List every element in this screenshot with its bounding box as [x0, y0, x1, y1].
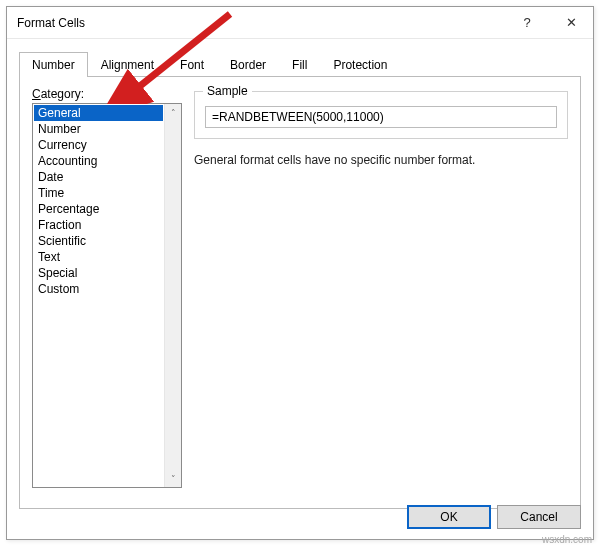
category-item-fraction[interactable]: Fraction	[34, 217, 163, 233]
dialog-title: Format Cells	[7, 16, 505, 30]
tab-alignment[interactable]: Alignment	[88, 52, 167, 77]
sample-value: =RANDBETWEEN(5000,11000)	[205, 106, 557, 128]
category-item-time[interactable]: Time	[34, 185, 163, 201]
tab-font[interactable]: Font	[167, 52, 217, 77]
category-item-custom[interactable]: Custom	[34, 281, 163, 297]
category-item-currency[interactable]: Currency	[34, 137, 163, 153]
tab-protection[interactable]: Protection	[320, 52, 400, 77]
category-item-percentage[interactable]: Percentage	[34, 201, 163, 217]
tab-fill[interactable]: Fill	[279, 52, 320, 77]
category-item-accounting[interactable]: Accounting	[34, 153, 163, 169]
tab-border[interactable]: Border	[217, 52, 279, 77]
format-cells-dialog: Format Cells ? ✕ Number Alignment Font B…	[6, 6, 594, 540]
close-button[interactable]: ✕	[549, 7, 593, 39]
category-item-text[interactable]: Text	[34, 249, 163, 265]
right-panel: Sample =RANDBETWEEN(5000,11000) General …	[194, 87, 568, 488]
category-label: Category:	[32, 87, 182, 101]
category-scrollbar[interactable]: ˄ ˅	[164, 104, 181, 487]
category-items: General Number Currency Accounting Date …	[33, 104, 164, 487]
category-listbox[interactable]: General Number Currency Accounting Date …	[32, 103, 182, 488]
format-description: General format cells have no specific nu…	[194, 153, 568, 167]
ok-button[interactable]: OK	[407, 505, 491, 529]
close-icon: ✕	[566, 15, 577, 30]
watermark: wsxdn.com	[542, 534, 592, 545]
sample-groupbox: Sample =RANDBETWEEN(5000,11000)	[194, 91, 568, 139]
category-item-scientific[interactable]: Scientific	[34, 233, 163, 249]
category-item-special[interactable]: Special	[34, 265, 163, 281]
dialog-buttons: OK Cancel	[407, 505, 581, 529]
tab-number[interactable]: Number	[19, 52, 88, 77]
cancel-button[interactable]: Cancel	[497, 505, 581, 529]
titlebar: Format Cells ? ✕	[7, 7, 593, 39]
category-item-general[interactable]: General	[34, 105, 163, 121]
scroll-up-icon[interactable]: ˄	[165, 104, 181, 121]
help-icon: ?	[523, 15, 530, 30]
tab-pane-number: Category: General Number Currency Accoun…	[19, 77, 581, 509]
tab-container: Number Alignment Font Border Fill Protec…	[7, 39, 593, 509]
scroll-down-icon[interactable]: ˅	[165, 470, 181, 487]
help-button[interactable]: ?	[505, 7, 549, 39]
sample-legend: Sample	[203, 84, 252, 98]
category-item-date[interactable]: Date	[34, 169, 163, 185]
tabstrip: Number Alignment Font Border Fill Protec…	[19, 51, 581, 77]
category-item-number[interactable]: Number	[34, 121, 163, 137]
